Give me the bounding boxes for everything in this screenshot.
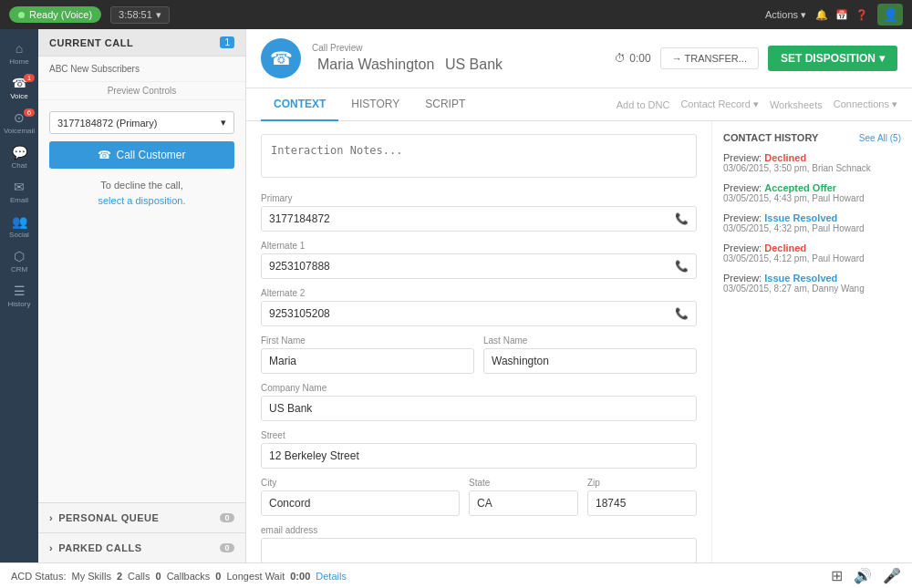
street-value: 12 Berkeley Street: [269, 449, 359, 462]
ready-badge[interactable]: Ready (Voice): [9, 6, 101, 23]
call-customer-button[interactable]: ☎ Call Customer: [49, 141, 234, 169]
nav-email[interactable]: ✉ Email: [1, 175, 37, 208]
interaction-notes-input[interactable]: [261, 134, 697, 178]
timer-dropdown[interactable]: ▾: [156, 9, 161, 21]
notification-icon[interactable]: 🔔: [815, 9, 828, 21]
email-icon: ✉: [14, 180, 25, 194]
email-group: email address: [261, 525, 697, 562]
preview-controls-label: Preview Controls: [108, 86, 177, 96]
parked-calls-header[interactable]: › PARKED CALLS 0: [38, 533, 245, 562]
help-icon[interactable]: ❓: [855, 9, 868, 21]
my-skills-value: 2: [117, 571, 122, 582]
tab-context[interactable]: CONTEXT: [261, 88, 338, 121]
status-right: ⊞ 🔊 🎤: [831, 567, 901, 584]
nav-voice[interactable]: ☎ Voice 1: [1, 71, 37, 104]
first-name-label: First Name: [261, 335, 474, 346]
nav-social[interactable]: 👥 Social: [1, 210, 37, 242]
history-type-1: Preview: Accepted Offer: [723, 182, 901, 193]
select-disposition-link[interactable]: select a disposition.: [98, 195, 186, 206]
history-meta-1: 03/05/2015, 4:43 pm, Paul Howard: [723, 193, 901, 203]
phone-copy-icon[interactable]: 📞: [675, 212, 689, 225]
see-all-link[interactable]: See All (5): [859, 133, 901, 143]
alt2-phone-field[interactable]: 9253105208 📞: [261, 301, 697, 326]
form-area: Primary 3177184872 📞 Alternate 1 9253107…: [246, 121, 711, 562]
nav-home[interactable]: ⌂ Home: [1, 36, 37, 69]
last-name-value: Washington: [492, 355, 549, 367]
first-name-group: First Name Maria: [261, 335, 474, 374]
nav-voicemail-label: Voicemail: [4, 127, 35, 135]
company-field[interactable]: US Bank: [261, 396, 697, 421]
top-icons: 🔔 📅 ❓: [815, 9, 868, 21]
calendar-icon[interactable]: 📅: [835, 9, 848, 21]
history-prefix-4: Preview:: [723, 273, 764, 284]
contact-full-name: Maria Washington US Bank: [312, 53, 503, 74]
mic-icon[interactable]: 🎤: [883, 567, 901, 584]
primary-phone-value: 3177184872: [269, 212, 330, 225]
parked-calls-badge: 0: [220, 543, 234, 552]
parked-calls-label: PARKED CALLS: [58, 542, 141, 553]
worksheets-label: Worksheets: [770, 99, 823, 110]
personal-queue-arrow: ›: [49, 512, 53, 523]
acd-label: ACD Status:: [11, 571, 67, 582]
tab-history[interactable]: HISTORY: [338, 88, 412, 121]
sidebar-footer: › PERSONAL QUEUE 0 › PARKED CALLS 0: [38, 502, 245, 562]
email-field[interactable]: [261, 538, 697, 562]
history-status-0: Declined: [764, 152, 806, 163]
primary-phone-label: Primary: [261, 193, 697, 203]
nav-crm[interactable]: ⬡ CRM: [1, 244, 37, 277]
personal-queue-header[interactable]: › PERSONAL QUEUE 0: [38, 503, 245, 532]
clock-icon: ⏱: [615, 52, 626, 65]
nav-history[interactable]: ☰ History: [1, 279, 37, 312]
phone-selector[interactable]: 3177184872 (Primary) ▾: [49, 111, 234, 134]
phone-copy-icon2[interactable]: 📞: [675, 260, 689, 273]
personal-queue-accordion: › PERSONAL QUEUE 0: [38, 502, 245, 532]
details-link[interactable]: Details: [316, 571, 347, 582]
last-name-group: Last Name Washington: [483, 335, 697, 374]
nav-history-label: History: [8, 300, 31, 308]
history-prefix-0: Preview:: [723, 152, 764, 163]
state-col: State CA: [469, 478, 578, 525]
contact-name: Maria Washington: [317, 57, 434, 72]
transfer-button[interactable]: → TRANSFER...: [660, 47, 759, 69]
primary-phone-field[interactable]: 3177184872 📞: [261, 206, 697, 232]
state-value: CA: [477, 497, 492, 510]
last-name-field[interactable]: Washington: [483, 348, 697, 374]
user-menu-button[interactable]: 👤: [877, 4, 903, 26]
actions-arrow: ▾: [801, 9, 806, 21]
email-label: email address: [261, 525, 697, 535]
street-field[interactable]: 12 Berkeley Street: [261, 443, 697, 469]
actions-button[interactable]: Actions ▾: [765, 9, 806, 21]
tab-script[interactable]: SCRIPT: [412, 88, 478, 121]
alt1-phone-label: Alternate 1: [261, 241, 697, 251]
phone-selector-value: 3177184872 (Primary): [57, 118, 157, 129]
top-bar-left: Ready (Voice) 3:58:51 ▾: [9, 6, 170, 24]
nav-chat[interactable]: 💬 Chat: [1, 140, 37, 173]
history-type-2: Preview: Issue Resolved: [723, 212, 901, 223]
add-to-dnc-button[interactable]: Add to DNC: [617, 91, 670, 118]
phone-copy-icon3[interactable]: 📞: [675, 307, 689, 320]
state-group: State CA: [469, 478, 578, 516]
last-name-col: Last Name Washington: [483, 335, 697, 383]
user-icon: 👤: [883, 7, 898, 22]
city-field[interactable]: Concord: [261, 490, 460, 516]
contact-record-button[interactable]: Contact Record ▾: [680, 91, 758, 118]
tab-context-label: CONTEXT: [274, 98, 326, 110]
nav-voicemail[interactable]: ⊙ Voicemail 6: [1, 106, 37, 139]
volume-icon[interactable]: 🔊: [854, 567, 872, 584]
phone-dropdown-icon: ▾: [221, 117, 226, 129]
grid-icon[interactable]: ⊞: [831, 567, 843, 584]
alt1-phone-field[interactable]: 9253107888 📞: [261, 253, 697, 279]
history-status-2: Issue Resolved: [764, 212, 837, 223]
connections-button[interactable]: Connections ▾: [834, 91, 897, 118]
street-group: Street 12 Berkeley Street: [261, 430, 697, 469]
worksheets-button[interactable]: Worksheets: [770, 91, 823, 118]
zip-field[interactable]: 18745: [587, 490, 697, 516]
nav-crm-label: CRM: [11, 265, 27, 273]
first-name-field[interactable]: Maria: [261, 348, 474, 374]
state-field[interactable]: CA: [469, 490, 578, 516]
history-status-3: Declined: [764, 242, 806, 253]
set-disposition-button[interactable]: SET DISPOSITION ▾: [768, 46, 897, 71]
status-bar: ACD Status: My Skills 2 Calls 0 Callback…: [0, 562, 912, 588]
parked-calls-arrow: ›: [49, 542, 53, 553]
nav-home-label: Home: [9, 57, 28, 66]
